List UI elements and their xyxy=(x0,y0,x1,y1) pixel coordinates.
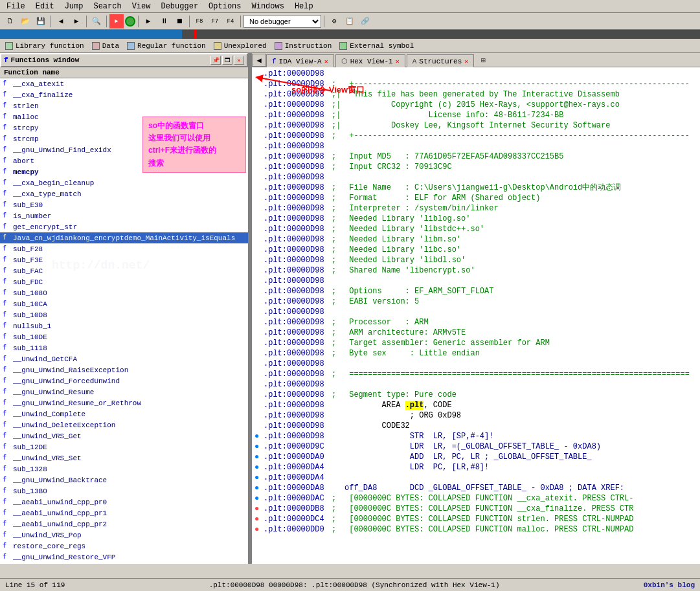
code-line[interactable]: .plt:00000D98; Options : EF_ARM_SOFT_FLO… xyxy=(252,286,700,296)
code-line[interactable]: ●.plt:00000DA4 xyxy=(252,473,700,483)
menu-file[interactable]: File xyxy=(1,1,30,12)
menu-search[interactable]: Search xyxy=(88,1,126,12)
function-list-item[interactable]: fJava_cn_wjdiankong_encryptdemo_MainActi… xyxy=(0,232,248,243)
functions-list[interactable]: f__cxa_atexitf__cxa_finalizefstrlenfmall… xyxy=(0,78,248,564)
code-line[interactable]: .plt:00000D98; Target assembler: Generic… xyxy=(252,338,700,348)
code-line[interactable]: .plt:00000D98 ; ORG 0xD98 xyxy=(252,410,700,421)
function-list-item[interactable]: f__Unwind_Complete xyxy=(0,408,248,419)
function-list-item[interactable]: fsub_12DE xyxy=(0,441,248,452)
step-out-button[interactable]: F4 xyxy=(223,14,238,28)
breakpoint-dot-red[interactable]: ● xyxy=(254,514,264,524)
code-line[interactable]: .plt:00000D98; Needed Library 'libm.so' xyxy=(252,234,700,245)
function-list-item[interactable]: f__gnu_Unwind_Save_VFP xyxy=(0,563,248,564)
code-line[interactable]: .plt:00000D98 xyxy=(252,379,700,390)
code-line[interactable]: .plt:00000D98 CODE32 xyxy=(252,421,700,431)
tab-ida-close[interactable]: ✕ xyxy=(324,58,328,65)
run-button[interactable]: ▶ xyxy=(141,14,155,28)
code-line[interactable]: .plt:00000D98 xyxy=(252,307,700,317)
menu-debugger[interactable]: Debugger xyxy=(155,1,203,12)
code-line[interactable]: .plt:00000D98; File Name : C:\Users\jian… xyxy=(252,183,700,193)
function-list-item[interactable]: fabort xyxy=(0,155,248,166)
code-line[interactable]: ●.plt:00000DA0 ADD LR, PC, LR ; _GLOBAL_… xyxy=(252,452,700,462)
function-list-item[interactable]: f__gnu_Unwind_RaiseException xyxy=(0,364,248,375)
function-list-item[interactable]: f__gnu_Unwind_Resume xyxy=(0,386,248,397)
code-line[interactable]: .plt:00000D98; Format : ELF for ARM (Sha… xyxy=(252,193,700,203)
color-button[interactable]: ▶ xyxy=(109,14,124,28)
function-list-item[interactable]: fsub_1118 xyxy=(0,342,248,353)
stop-button[interactable]: ⏹ xyxy=(172,14,186,28)
function-list-item[interactable]: fsub_1328 xyxy=(0,463,248,474)
function-list-item[interactable]: fnullsub_1 xyxy=(0,320,248,331)
breakpoint-dot[interactable]: ● xyxy=(254,462,264,473)
code-line[interactable]: .plt:00000D98 xyxy=(252,276,700,286)
back-button[interactable]: ◀ xyxy=(54,14,68,28)
function-list-item[interactable]: f__aeabi_unwind_cpp_pr2 xyxy=(0,519,248,530)
function-list-item[interactable]: fget_encrypt_str xyxy=(0,221,248,232)
zoom-button[interactable]: 🔍 xyxy=(89,14,104,28)
code-line[interactable]: .plt:00000D98; +------------------------… xyxy=(252,131,700,141)
function-list-item[interactable]: f__gnu_Unwind_Restore_VFP xyxy=(0,552,248,563)
debugger-combo[interactable]: No debugger xyxy=(243,15,321,28)
function-list-item[interactable]: fsub_FAC xyxy=(0,265,248,276)
code-line[interactable]: .plt:00000D98; =========================… xyxy=(252,369,700,379)
function-list-item[interactable]: f__Unwind_VRS_Set xyxy=(0,452,248,463)
code-line[interactable]: .plt:00000D98; Byte sex : Little endian xyxy=(252,348,700,359)
function-list-item[interactable]: f__cxa_type_match xyxy=(0,188,248,199)
code-line[interactable]: ●.plt:00000DD0; [0000000C BYTES: COLLAPS… xyxy=(252,524,700,535)
menu-options[interactable]: Options xyxy=(203,1,246,12)
panel-restore-button[interactable]: 🗖 xyxy=(222,56,232,65)
code-line[interactable]: .plt:00000D98;| Copyright (c) 2015 Hex-R… xyxy=(252,100,700,110)
add-tab-button[interactable]: ⊞ xyxy=(477,54,490,67)
breakpoint-dot[interactable]: ● xyxy=(254,441,264,452)
function-list-item[interactable]: f__aeabi_unwind_cpp_pr0 xyxy=(0,496,248,507)
tab-ida-view-a[interactable]: f IDA View-A ✕ xyxy=(266,54,334,67)
function-list-item[interactable]: f__gnu_Unwind_Backtrace xyxy=(0,474,248,485)
tab-scroll-left[interactable]: ◀ xyxy=(252,54,266,67)
breakpoint-dot[interactable]: ● xyxy=(254,483,264,493)
code-line[interactable]: ●.plt:00000DC4; [0000000C BYTES: COLLAPS… xyxy=(252,514,700,524)
breakpoint-dot[interactable]: ● xyxy=(254,452,264,462)
code-line[interactable]: .plt:00000D98; Input MD5 : 77A61D05F72EF… xyxy=(252,151,700,162)
tab-hex-view[interactable]: ⬡ Hex View-1 ✕ xyxy=(335,54,405,67)
function-list-item[interactable]: fsub_10CA xyxy=(0,298,248,309)
code-line[interactable]: ●.plt:00000DA8off_DA8 DCD _GLOBAL_OFFSET… xyxy=(252,483,700,493)
code-line[interactable]: .plt:00000D98; Needed Library 'libstdc++… xyxy=(252,224,700,234)
function-list-item[interactable]: f__gnu_Unwind_Resume_or_Rethrow xyxy=(0,397,248,408)
function-list-item[interactable]: f__aeabi_unwind_cpp_pr1 xyxy=(0,507,248,519)
function-list-item[interactable]: fis_number xyxy=(0,210,248,221)
modules-button[interactable]: 📋 xyxy=(343,14,357,28)
function-list-item[interactable]: fmemcpy xyxy=(0,166,248,177)
breakpoint-dot[interactable]: ● xyxy=(254,493,264,504)
breakpoint-dot[interactable]: ● xyxy=(254,473,264,483)
code-line[interactable]: .plt:00000D98 xyxy=(252,69,700,79)
function-list-item[interactable]: f__gnu_Unwind_Find_exidx xyxy=(0,144,248,155)
function-list-item[interactable]: f__Unwind_DeleteException xyxy=(0,419,248,430)
tab-hex-close[interactable]: ✕ xyxy=(396,58,400,65)
code-line[interactable]: .plt:00000D98; Needed Library 'libdl.so' xyxy=(252,255,700,265)
code-line[interactable]: .plt:00000D98; Segment type: Pure code xyxy=(252,390,700,400)
function-list-item[interactable]: fsub_E30 xyxy=(0,199,248,210)
open-button[interactable]: 📂 xyxy=(18,14,32,28)
menu-edit[interactable]: Edit xyxy=(30,1,60,12)
function-list-item[interactable]: f__cxa_atexit xyxy=(0,78,248,89)
panel-pin-button[interactable]: 📌 xyxy=(210,56,221,65)
function-list-item[interactable]: fstrcpy xyxy=(0,122,248,133)
menu-windows[interactable]: Windows xyxy=(247,1,289,12)
code-line[interactable]: .plt:00000D98; Shared Name 'libencrypt.s… xyxy=(252,265,700,276)
tab-structures-close[interactable]: ✕ xyxy=(464,58,468,65)
code-line[interactable]: .plt:00000D98; EABI version: 5 xyxy=(252,296,700,307)
function-list-item[interactable]: f__gnu_Unwind_ForcedUnwind xyxy=(0,375,248,386)
function-list-item[interactable]: fsub_10D8 xyxy=(0,309,248,320)
function-list-item[interactable]: fsub_F28 xyxy=(0,243,248,254)
code-line[interactable]: ●.plt:00000D9C LDR LR, =(_GLOBAL_OFFSET_… xyxy=(252,441,700,452)
menu-view[interactable]: View xyxy=(127,1,156,12)
code-line[interactable]: .plt:00000D98;| This file has been gener… xyxy=(252,89,700,100)
function-list-item[interactable]: f__Unwind_GetCFA xyxy=(0,353,248,364)
attach-button[interactable]: 🔗 xyxy=(358,14,372,28)
pause-button[interactable]: ⏸ xyxy=(157,14,171,28)
function-list-item[interactable]: f__cxa_finalize xyxy=(0,89,248,100)
code-line[interactable]: ●.plt:00000D98 STR LR, [SP,#-4]! xyxy=(252,431,700,441)
step-into-button[interactable]: F7 xyxy=(208,14,222,28)
code-line[interactable]: .plt:00000D98; Processor : ARM xyxy=(252,317,700,328)
green-button[interactable] xyxy=(125,16,135,27)
